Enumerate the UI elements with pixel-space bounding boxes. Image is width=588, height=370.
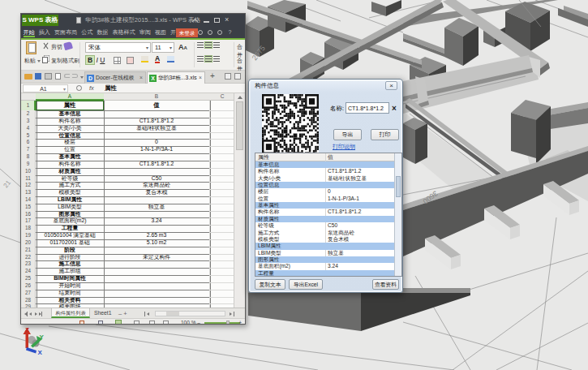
svg-text:Y: Y xyxy=(40,333,45,341)
svg-text:Z: Z xyxy=(25,326,29,333)
svg-text:X: X xyxy=(38,349,43,356)
